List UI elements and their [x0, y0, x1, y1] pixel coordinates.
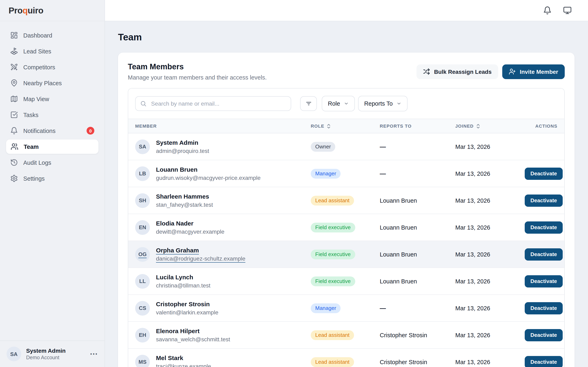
sidebar-item-label: Lead Sites — [23, 48, 51, 54]
member-email: dewitt@macgyver.example — [156, 228, 224, 235]
column-header-actions: ACTIONS — [525, 124, 557, 128]
member-avatar: OG — [135, 247, 150, 262]
sort-icon — [327, 123, 331, 129]
member-name: Sharleen Hammes — [156, 192, 213, 200]
role-badge: Lead assistant — [311, 196, 354, 205]
filter-icon — [305, 100, 312, 107]
sidebar-item-nearby-places[interactable]: Nearby Places — [6, 75, 99, 91]
users-icon — [11, 143, 18, 150]
sidebar-item-competitors[interactable]: Competitors — [6, 59, 99, 75]
user-menu-button[interactable]: ⋯ — [90, 352, 98, 356]
invite-member-button[interactable]: Invite Member — [502, 64, 565, 79]
reports-to-value: Louann Bruen — [380, 251, 455, 258]
reports-to-value: — — [380, 170, 455, 177]
filter-button[interactable] — [300, 96, 317, 111]
bell-icon[interactable] — [543, 6, 552, 15]
member-avatar: LB — [135, 166, 150, 181]
reports-to-filter-dropdown[interactable]: Reports To — [358, 96, 407, 111]
member-avatar: CS — [135, 301, 150, 315]
sidebar-item-label: Settings — [23, 175, 45, 182]
member-name: Elenora Hilpert — [156, 327, 230, 334]
member-email: christina@tillman.test — [156, 282, 210, 289]
member-name: Elodia Nader — [156, 219, 224, 227]
deactivate-button[interactable]: Deactivate — [525, 275, 563, 287]
role-filter-dropdown[interactable]: Role — [322, 96, 355, 111]
map-pin-icon — [10, 79, 18, 87]
table-row[interactable]: CS Cristopher Strosin valentin@larkin.ex… — [128, 294, 564, 321]
column-header-member: MEMBER — [135, 124, 311, 128]
sidebar-item-dashboard[interactable]: Dashboard — [6, 28, 99, 43]
table-toolbar: Role Reports To — [128, 89, 564, 119]
role-badge: Field executive — [311, 276, 355, 286]
search-field-wrap — [135, 96, 291, 111]
user-name: System Admin — [26, 347, 66, 354]
sidebar-item-label: Team — [24, 143, 39, 150]
swords-icon — [10, 63, 18, 71]
sidebar-item-label: Tasks — [23, 111, 38, 118]
reports-to-filter-label: Reports To — [364, 100, 393, 107]
table-row[interactable]: EN Elodia Nader dewitt@macgyver.example … — [128, 214, 564, 241]
member-name: Orpha Graham — [156, 246, 245, 254]
invite-member-label: Invite Member — [520, 68, 558, 75]
deactivate-button[interactable]: Deactivate — [525, 221, 563, 234]
sidebar-item-map-view[interactable]: Map View — [6, 91, 99, 106]
logo-text-post: uiro — [27, 6, 43, 15]
table-row[interactable]: LB Louann Bruen gudrun.wisoky@macgyver-p… — [128, 160, 564, 187]
table-row[interactable]: LL Lucila Lynch christina@tillman.test F… — [128, 267, 564, 294]
role-badge: Manager — [311, 169, 341, 178]
joined-date: Mar 13, 2026 — [455, 170, 525, 177]
joined-date: Mar 13, 2026 — [455, 197, 525, 204]
role-badge: Lead assistant — [311, 330, 354, 340]
sidebar-item-lead-sites[interactable]: Lead Sites — [6, 44, 99, 59]
member-avatar: EH — [135, 328, 150, 342]
logo-text-pre: Pro — [9, 6, 22, 15]
role-filter-label: Role — [328, 100, 340, 107]
sidebar-item-notifications[interactable]: Notifications 0 — [6, 123, 99, 138]
table-row[interactable]: SA System Admin admin@proquiro.test Owne… — [128, 133, 564, 160]
shuffle-icon — [423, 68, 430, 75]
sidebar-item-audit-logs[interactable]: Audit Logs — [6, 155, 99, 170]
chevron-down-icon — [344, 101, 349, 106]
bell-icon — [10, 127, 18, 134]
deactivate-button[interactable]: Deactivate — [525, 248, 563, 260]
deactivate-button[interactable]: Deactivate — [525, 194, 563, 207]
member-email: gudrun.wisoky@macgyver-price.example — [156, 174, 260, 182]
column-header-reports-to: REPORTS TO — [380, 124, 455, 128]
joined-date: Mar 13, 2026 — [455, 224, 525, 231]
card-subtitle: Manage your team members and their acces… — [128, 74, 267, 81]
sidebar-item-label: Competitors — [23, 64, 55, 70]
sidebar-item-team[interactable]: Team — [6, 139, 99, 154]
member-name: Lucila Lynch — [156, 273, 210, 281]
sidebar-item-settings[interactable]: Settings — [6, 171, 99, 186]
joined-date: Mar 13, 2026 — [455, 359, 525, 365]
deactivate-button[interactable]: Deactivate — [525, 356, 563, 367]
bulk-reassign-leads-button[interactable]: Bulk Reassign Leads — [416, 64, 498, 79]
member-avatar: EN — [135, 220, 150, 235]
table-row[interactable]: OG Orpha Graham danica@rodriguez-schultz… — [128, 241, 564, 267]
sidebar-item-tasks[interactable]: Tasks — [6, 107, 99, 122]
column-header-role[interactable]: ROLE — [311, 123, 380, 129]
column-header-joined[interactable]: JOINED — [455, 123, 525, 129]
deactivate-button[interactable]: Deactivate — [525, 329, 563, 341]
member-avatar: LL — [135, 274, 150, 289]
sidebar: Proquiro Dashboard Lead Sites Competitor… — [0, 0, 105, 367]
reports-to-value: Louann Bruen — [380, 278, 455, 284]
deactivate-button[interactable]: Deactivate — [525, 302, 563, 314]
role-badge: Manager — [311, 303, 341, 313]
table-row[interactable]: EH Elenora Hilpert savanna_welch@schmitt… — [128, 321, 564, 348]
gear-icon — [10, 175, 18, 182]
deactivate-button[interactable]: Deactivate — [525, 167, 563, 180]
table-row[interactable]: SH Sharleen Hammes stan_fahey@stark.test… — [128, 187, 564, 214]
main-content: Team Team Members Manage your team membe… — [105, 21, 588, 367]
search-input[interactable] — [135, 96, 291, 111]
sidebar-item-label: Map View — [23, 96, 49, 102]
role-badge: Field executive — [311, 222, 355, 232]
joined-date: Mar 13, 2026 — [455, 251, 525, 258]
reports-to-value: — — [380, 305, 455, 312]
member-avatar: MS — [135, 355, 150, 367]
member-email: valentin@larkin.example — [156, 309, 218, 316]
monitor-icon[interactable] — [563, 6, 572, 15]
table-row[interactable]: MS Mel Stark traci@kunze.example Lead as… — [128, 348, 564, 367]
joined-date: Mar 13, 2026 — [455, 143, 525, 150]
sidebar-item-label: Nearby Places — [23, 80, 62, 86]
